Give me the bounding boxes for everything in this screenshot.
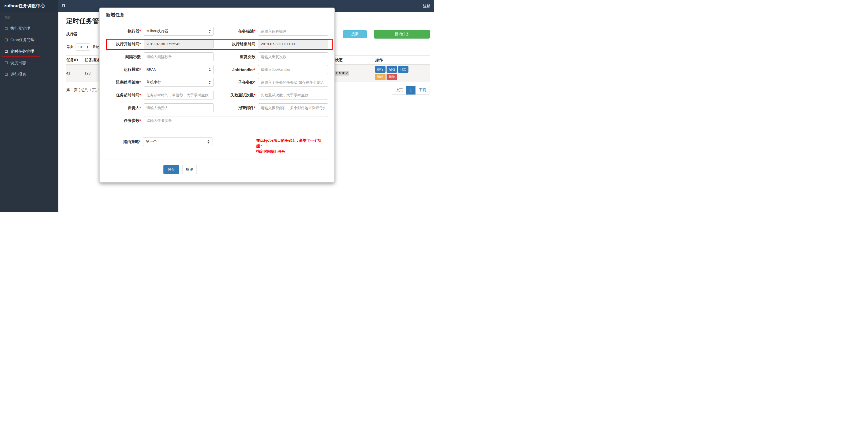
required-asterisk: * bbox=[254, 80, 255, 85]
required-asterisk: * bbox=[254, 29, 255, 33]
add-task-button[interactable]: 新增任务 bbox=[374, 30, 430, 38]
app-brand: zuihou任务调度中心 bbox=[0, 0, 58, 12]
modal-footer: 保存 取消 bbox=[100, 159, 334, 182]
sidebar-item-cron-task-management[interactable]: Cron任务管理 bbox=[0, 34, 58, 45]
executor-select[interactable]: zuihou执行器 bbox=[144, 27, 214, 36]
sidebar-item-executor-management[interactable]: 执行器管理 bbox=[0, 23, 58, 34]
timeout-input[interactable] bbox=[144, 91, 214, 99]
executor-select-value: zuihou执行器 bbox=[147, 29, 168, 34]
edit-button[interactable]: 编辑 bbox=[375, 74, 385, 80]
executor-filter-label: 执行器 bbox=[66, 32, 77, 36]
sidebar-item-dispatch-log[interactable]: 调度日志 bbox=[0, 57, 58, 68]
save-button[interactable]: 保存 bbox=[163, 165, 179, 174]
add-task-modal: 新增任务 执行器* zuihou执行器 任务描述* 执行开始时间* 执行结束时间… bbox=[99, 7, 335, 183]
form-row-runmode-handler: 运行模式* BEAN JobHandler* bbox=[106, 65, 328, 74]
child-job-id-input[interactable] bbox=[258, 78, 328, 87]
repeat-input[interactable] bbox=[258, 52, 328, 61]
run-button[interactable]: 执行 bbox=[375, 66, 385, 73]
status-badge: STOP bbox=[335, 71, 349, 75]
fail-retry-input[interactable] bbox=[258, 91, 328, 99]
sidebar-item-label: 调度日志 bbox=[10, 60, 26, 65]
cell-status: STOP bbox=[335, 71, 375, 75]
route-strategy-select-value: 第一个 bbox=[146, 139, 157, 144]
job-handler-input[interactable] bbox=[258, 65, 328, 74]
job-handler-label: JobHandler* bbox=[214, 67, 258, 72]
required-asterisk: * bbox=[254, 67, 255, 72]
required-asterisk: * bbox=[140, 67, 141, 72]
feature-note-line1: 在xxl-jobs项目的基础上，新增了一个功能： bbox=[256, 138, 328, 149]
delete-button[interactable]: 删除 bbox=[386, 74, 397, 80]
form-row-job-param: 任务参数* bbox=[106, 116, 328, 133]
sidebar: 导航 执行器管理 Cron任务管理 定时任务管理 调度日志 运行报表 bbox=[0, 12, 58, 212]
pagination-group: 上页 1 下页 bbox=[392, 86, 430, 95]
job-desc-input[interactable] bbox=[258, 27, 328, 36]
page-1-button[interactable]: 1 bbox=[406, 86, 415, 95]
sidebar-item-run-report[interactable]: 运行报表 bbox=[0, 68, 58, 80]
job-param-label: 任务参数* bbox=[106, 116, 144, 123]
start-time-input[interactable] bbox=[144, 40, 214, 48]
route-strategy-label: 路由策略* bbox=[106, 137, 143, 144]
end-time-input[interactable] bbox=[258, 40, 328, 48]
operation-buttons: 执行 启动 日志 编辑 删除 bbox=[375, 65, 414, 82]
form-row-block-childid: 阻塞处理策略* 单机串行 子任务ID* bbox=[106, 78, 328, 87]
required-asterisk: * bbox=[140, 42, 141, 46]
required-asterisk: * bbox=[140, 93, 141, 97]
block-strategy-select[interactable]: 单机串行 bbox=[144, 78, 214, 87]
pagination-summary: 第 1 页 ( 总共 1 页, 1 bbox=[66, 88, 100, 93]
col-header-status: 状态 bbox=[335, 58, 375, 63]
form-row-executor-desc: 执行器* zuihou执行器 任务描述* bbox=[106, 27, 328, 36]
select-arrows-icon bbox=[87, 45, 88, 48]
job-param-textarea[interactable] bbox=[144, 116, 328, 133]
interval-label: 间隔秒数 bbox=[106, 55, 144, 59]
status-text: STOP bbox=[339, 71, 347, 75]
sidebar-item-scheduled-task-management[interactable]: 定时任务管理 bbox=[0, 45, 58, 57]
per-page-label-right: 条记 bbox=[92, 44, 100, 49]
search-button[interactable]: 搜索 bbox=[343, 30, 367, 38]
interval-input[interactable] bbox=[144, 52, 214, 61]
fail-retry-label: 失败重试次数* bbox=[214, 93, 258, 98]
block-strategy-label: 阻塞处理策略* bbox=[106, 80, 144, 85]
modal-body: 执行器* zuihou执行器 任务描述* 执行开始时间* 执行结束时间 间隔秒数… bbox=[100, 22, 334, 154]
next-page-button[interactable]: 下页 bbox=[415, 86, 430, 95]
sidebar-toggle-icon[interactable] bbox=[62, 4, 65, 7]
stop-square-icon bbox=[336, 72, 338, 74]
owner-input[interactable] bbox=[144, 103, 214, 112]
required-asterisk: * bbox=[139, 139, 141, 144]
sidebar-item-label: 定时任务管理 bbox=[10, 49, 34, 54]
owner-label: 负责人* bbox=[106, 105, 144, 110]
end-time-label: 执行结束时间 bbox=[214, 42, 258, 46]
per-page-value: 10 bbox=[78, 45, 82, 49]
run-mode-select[interactable]: BEAN bbox=[144, 65, 214, 74]
run-mode-label: 运行模式* bbox=[106, 67, 144, 72]
per-page-select[interactable]: 10 bbox=[75, 43, 90, 51]
square-icon bbox=[5, 50, 7, 53]
required-asterisk: * bbox=[254, 105, 255, 110]
required-asterisk: * bbox=[140, 118, 141, 123]
per-page-label-left: 每页 bbox=[66, 44, 73, 49]
page: zuihou任务调度中心 注销 导航 执行器管理 Cron任务管理 定时任务管理… bbox=[0, 0, 434, 212]
sidebar-section-label: 导航 bbox=[0, 12, 58, 23]
cell-operation: 执行 启动 日志 编辑 删除 bbox=[375, 65, 430, 82]
child-job-id-label: 子任务ID* bbox=[214, 80, 258, 85]
job-desc-label: 任务描述* bbox=[214, 29, 258, 34]
square-icon bbox=[5, 27, 7, 30]
form-row-interval-repeat: 间隔秒数 重复次数 bbox=[106, 52, 328, 61]
run-mode-select-value: BEAN bbox=[147, 67, 156, 72]
square-icon bbox=[5, 62, 7, 64]
route-strategy-select[interactable]: 第一个 bbox=[143, 137, 212, 146]
start-button[interactable]: 启动 bbox=[386, 66, 397, 73]
select-arrows-icon bbox=[209, 68, 211, 71]
log-button[interactable]: 日志 bbox=[398, 66, 408, 73]
sidebar-item-label: 运行报表 bbox=[10, 72, 26, 77]
feature-note-line2: 指定时间执行任务 bbox=[256, 149, 328, 154]
select-arrows-icon bbox=[209, 30, 211, 33]
prev-page-button[interactable]: 上页 bbox=[392, 86, 406, 95]
required-asterisk: * bbox=[140, 105, 141, 110]
select-arrows-icon bbox=[209, 81, 211, 84]
start-time-label: 执行开始时间* bbox=[106, 42, 144, 46]
square-icon bbox=[5, 73, 7, 76]
required-asterisk: * bbox=[140, 29, 141, 33]
cancel-button[interactable]: 取消 bbox=[182, 165, 197, 174]
logout-link[interactable]: 注销 bbox=[423, 0, 430, 12]
alarm-email-input[interactable] bbox=[258, 103, 328, 112]
